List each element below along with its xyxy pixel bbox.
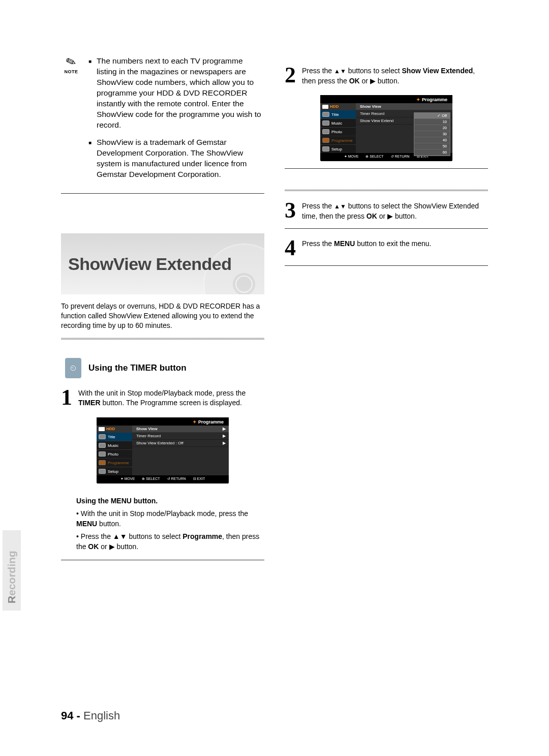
- osd-submenu-item: 60: [414, 149, 450, 156]
- osd-row: Show View: [356, 103, 452, 110]
- osd-tab: Programme: [97, 458, 132, 467]
- section-title: Using the TIMER button: [88, 363, 187, 373]
- osd-hdd-label: HDD: [320, 103, 356, 110]
- sub-bullet: • Press the ▲▼ buttons to select Program…: [76, 532, 264, 552]
- step-text: Press the ▲▼ buttons to select the ShowV…: [302, 200, 488, 221]
- osd-tab: Title: [320, 110, 356, 118]
- note-bullet-text: The numbers next to each TV programme li…: [97, 56, 264, 130]
- osd-submenu: Off 10 20 30 40 50 60: [414, 112, 450, 156]
- step-1: 1 With the unit in Stop mode/Playback mo…: [61, 387, 264, 408]
- feature-title: ShowView Extended: [68, 254, 232, 274]
- osd-header-label: Programme: [193, 419, 224, 425]
- page-language: English: [83, 709, 120, 722]
- bullet-icon: ■: [88, 58, 92, 130]
- osd-hdd-label: HDD: [97, 426, 132, 432]
- note-bullet: ■ The numbers next to each TV programme …: [88, 56, 264, 130]
- note-block: ✎ NOTE ■ The numbers next to each TV pro…: [61, 56, 264, 187]
- osd-tab: Title: [97, 432, 132, 441]
- step-number: 2: [285, 65, 296, 86]
- note-bullet: ■ ShowView is a trademark of Gemstar Dev…: [88, 137, 264, 180]
- divider: [285, 265, 488, 266]
- osd-submenu-item: 20: [414, 125, 450, 131]
- section-heading: ⏲ Using the TIMER button: [65, 358, 264, 378]
- osd-tab: Programme: [320, 136, 356, 144]
- feature-banner: ShowView Extended: [61, 233, 264, 294]
- page-footer: 94 - English: [61, 709, 120, 722]
- step-text: With the unit in Stop mode/Playback mode…: [78, 387, 264, 408]
- sub-bullet-text: • With the unit in Stop mode/Playback mo…: [76, 509, 264, 529]
- osd-tab: Setup: [320, 144, 356, 153]
- sub-bullet: • With the unit in Stop mode/Playback mo…: [76, 509, 264, 529]
- osd-submenu-item: 30: [414, 131, 450, 137]
- divider: [285, 168, 488, 169]
- step-number: 1: [61, 387, 72, 408]
- osd-footer: ✦ MOVE ⊕ SELECT ↺ RETURN ⊟ EXIT: [97, 475, 229, 482]
- osd-header-label: Programme: [416, 97, 447, 102]
- thick-divider: [61, 338, 264, 340]
- divider: [285, 228, 488, 229]
- feature-intro: To prevent delays or overruns, HDD & DVD…: [61, 301, 264, 330]
- step-4: 4 Press the MENU button to exit the menu…: [285, 238, 488, 258]
- step-number: 3: [285, 200, 296, 221]
- bullet-icon: ■: [88, 139, 92, 180]
- osd-tab: Music: [320, 118, 356, 127]
- submethod-heading: Using the MENU button.: [76, 497, 264, 505]
- osd-submenu-item: 10: [414, 119, 450, 125]
- step-text: Press the ▲▼ buttons to select Show View…: [302, 65, 488, 86]
- divider: [61, 193, 264, 194]
- osd-row: Timer Record▶: [132, 433, 229, 440]
- side-label-rest: ecording: [6, 551, 17, 596]
- osd-screenshot-2: Programme HDD Title Music Photo Programm…: [320, 95, 452, 161]
- pencil-icon: ✎: [64, 54, 78, 69]
- thick-divider: [285, 189, 488, 191]
- step-text: Press the MENU button to exit the menu.: [302, 238, 431, 258]
- osd-tab: Music: [97, 441, 132, 449]
- divider: [61, 560, 264, 560]
- step-number: 4: [285, 238, 296, 258]
- osd-row: Show View Extended : Off▶: [132, 440, 229, 447]
- osd-submenu-item: 50: [414, 143, 450, 149]
- note-bullet-text: ShowView is a trademark of Gemstar Devel…: [97, 137, 264, 180]
- note-label: NOTE: [64, 69, 78, 74]
- osd-tab: Photo: [320, 127, 356, 136]
- osd-submenu-item: Off: [414, 113, 450, 119]
- osd-submenu-item: 40: [414, 137, 450, 143]
- side-label-accent: R: [6, 596, 17, 603]
- step-3: 3 Press the ▲▼ buttons to select the Sho…: [285, 200, 488, 221]
- page-number: 94 -: [61, 709, 80, 722]
- chapter-side-label: Recording: [0, 427, 24, 580]
- osd-tab: Setup: [97, 467, 132, 475]
- remote-icon: ⏲: [65, 358, 81, 378]
- sub-bullet-text: • Press the ▲▼ buttons to select Program…: [76, 532, 264, 552]
- osd-row: Show View▶: [132, 426, 229, 433]
- step-2: 2 Press the ▲▼ buttons to select Show Vi…: [285, 65, 488, 86]
- osd-screenshot-1: Programme HDD Title Music Photo Programm…: [97, 417, 229, 483]
- osd-tab: Photo: [97, 449, 132, 458]
